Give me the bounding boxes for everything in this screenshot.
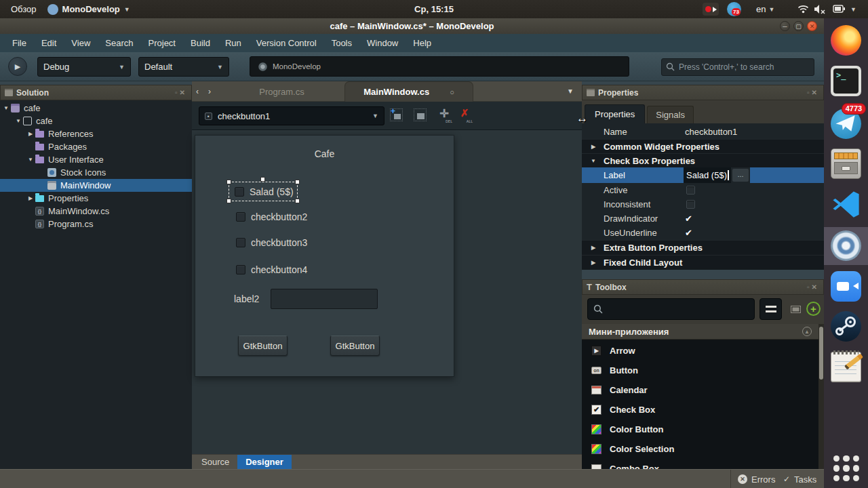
tree-item-stock-icons[interactable]: Stock Icons (0, 166, 192, 179)
stick-widget-icon[interactable]: ✛ᴅᴇʟ (437, 107, 451, 123)
menu-run[interactable]: Run (218, 35, 248, 51)
property-row-useunderline[interactable]: UseUnderline ✔ (582, 226, 824, 240)
toolbox-item-check-box[interactable]: ✔ Check Box (582, 400, 818, 420)
property-row-label[interactable]: Label Salad (5$) ... (582, 167, 824, 183)
window-title-bar[interactable]: cafe – MainWindow.cs* – MonoDevelop ─ ▢ … (0, 18, 824, 34)
resize-handle[interactable] (295, 199, 300, 203)
menu-tools[interactable]: Tools (325, 35, 359, 51)
firefox-icon[interactable] (831, 25, 861, 56)
tree-item-program-cs[interactable]: {} Program.cs (0, 218, 192, 230)
resize-handle[interactable] (226, 180, 231, 184)
toolbox-item-button[interactable]: on Button (582, 361, 818, 380)
tree-item-packages[interactable]: Packages (0, 140, 192, 153)
notes-icon[interactable] (831, 352, 861, 382)
tree-item-references[interactable]: ▶ References (0, 127, 192, 140)
run-configuration-dropdown[interactable]: Debug▼ (37, 57, 131, 77)
toolbox-item-combo-box[interactable]: Combo Box (582, 459, 818, 469)
toolbox-item-arrow[interactable]: ▶ Arrow (582, 341, 818, 361)
menu-edit[interactable]: Edit (35, 35, 63, 51)
activities-button[interactable]: Обзор (0, 4, 47, 14)
global-search[interactable] (661, 58, 814, 76)
expander-closed-icon[interactable]: ▶ (26, 195, 35, 201)
run-target-dropdown[interactable]: Default▼ (138, 57, 229, 77)
tab-mainwindow-cs[interactable]: MainWindow.cs ○ (344, 81, 473, 102)
checkbox-unchecked[interactable] (686, 186, 695, 195)
property-row-inconsistent[interactable]: Inconsistent (582, 197, 824, 211)
battery-icon[interactable] (833, 4, 846, 14)
view-tab-source[interactable]: Source (195, 455, 236, 468)
expander-open-icon[interactable]: ▼ (26, 157, 35, 163)
modified-indicator-icon[interactable]: ○ (450, 88, 454, 96)
checkbox-checked[interactable]: ✔ (685, 214, 692, 224)
add-widget-icon[interactable]: + (390, 108, 403, 121)
designed-label2[interactable]: label2 (234, 293, 259, 304)
expander-open-icon[interactable]: ▼ (14, 118, 23, 124)
system-menu-chevron-icon[interactable]: ▼ (850, 6, 856, 13)
toolbox-scrollbar-thumb[interactable] (819, 327, 823, 380)
property-group-extra[interactable]: ▶ Extra Button Properties (582, 240, 824, 255)
toolbox-item-color-button[interactable]: Color Button (582, 420, 818, 439)
tree-item-solution-cafe[interactable]: ▼ cafe (0, 102, 192, 115)
menu-view[interactable]: View (64, 35, 97, 51)
resize-handle[interactable] (295, 180, 300, 184)
tab-list-chevron-icon[interactable]: ▼ (567, 87, 574, 95)
property-group-checkbox[interactable]: ▼ Check Box Properties (582, 153, 824, 167)
clock[interactable]: Ср, 15:15 (414, 4, 454, 14)
vscode-icon[interactable] (831, 189, 861, 220)
menu-project[interactable]: Project (142, 35, 182, 51)
property-group-common[interactable]: ▶ Common Widget Properties (582, 139, 824, 153)
designed-checkbox-3[interactable] (236, 238, 245, 247)
menu-window[interactable]: Window (360, 35, 405, 51)
terminal-icon[interactable]: >_ (831, 66, 861, 96)
close-pad-icon[interactable]: ✕ (812, 283, 819, 291)
toolbox-search[interactable] (587, 298, 755, 320)
menu-file[interactable]: File (5, 35, 33, 51)
view-tab-designer[interactable]: Designer (237, 455, 292, 470)
checkbox-unchecked[interactable] (686, 200, 695, 209)
ellipsis-button[interactable]: ... (732, 169, 749, 182)
delete-widget-icon[interactable]: ✗ᴀʟʟ (458, 107, 471, 123)
property-group-fixed[interactable]: ▶ Fixed Child Layout (582, 255, 824, 270)
run-button[interactable]: ▶ (8, 57, 27, 76)
tree-item-mainwindow[interactable]: MainWindow (0, 179, 192, 192)
add-component-button[interactable]: + (806, 302, 821, 316)
icon-view-button[interactable] (787, 302, 804, 316)
tab-program-cs[interactable]: Program.cs (219, 81, 344, 102)
property-label-value-editor[interactable]: Salad (5$) (684, 167, 731, 183)
resize-handle[interactable] (260, 177, 265, 182)
designed-entry[interactable] (271, 289, 378, 309)
menu-version-control[interactable]: Version Control (250, 35, 323, 51)
close-pad-icon[interactable]: ✕ (812, 89, 819, 96)
tree-item-properties-folder[interactable]: ▶ Properties (0, 192, 192, 205)
steam-icon[interactable] (831, 311, 861, 342)
designed-checkbox-1[interactable] (235, 187, 244, 197)
tab-nav-back-icon[interactable]: ‹ (196, 87, 199, 96)
wifi-icon[interactable] (797, 5, 809, 14)
zoom-icon[interactable] (831, 271, 861, 302)
maximize-button[interactable]: ▢ (793, 21, 804, 31)
tab-signals[interactable]: Signals (647, 106, 694, 123)
screen-record-icon[interactable] (703, 3, 719, 16)
designed-checkbox-2[interactable] (236, 212, 245, 222)
tab-properties[interactable]: Properties (585, 104, 645, 123)
select-container-icon[interactable] (414, 108, 427, 121)
designed-button-1[interactable]: GtkButton (238, 336, 288, 356)
tree-item-mainwindow-cs[interactable]: {} MainWindow.cs (0, 205, 192, 218)
toolbox-scrollbar-track[interactable] (818, 324, 824, 469)
tasks-button[interactable]: ✓ Tasks (783, 470, 816, 488)
designed-checkbox-4[interactable] (236, 265, 245, 274)
toolbox-item-color-selection[interactable]: Color Selection (582, 439, 818, 459)
property-row-drawindicator[interactable]: DrawIndicator ✔ (582, 211, 824, 226)
errors-button[interactable]: ✕ Errors (738, 470, 775, 488)
toolbox-search-input[interactable] (587, 298, 755, 320)
close-button[interactable]: ✕ (807, 21, 817, 31)
volume-muted-icon[interactable] (814, 4, 826, 14)
toolbox-section-header[interactable]: Мини-приложения ▲ (582, 324, 818, 340)
expander-closed-icon[interactable]: ▶ (26, 131, 35, 137)
app-indicator[interactable]: MonoDevelop ▼ (47, 4, 130, 15)
menu-search[interactable]: Search (98, 35, 140, 51)
expander-open-icon[interactable]: ▼ (1, 105, 11, 111)
minimize-button[interactable]: ─ (780, 21, 790, 31)
app-grid-button[interactable] (833, 455, 859, 481)
toolbox-item-calendar[interactable]: Calendar (582, 380, 818, 400)
